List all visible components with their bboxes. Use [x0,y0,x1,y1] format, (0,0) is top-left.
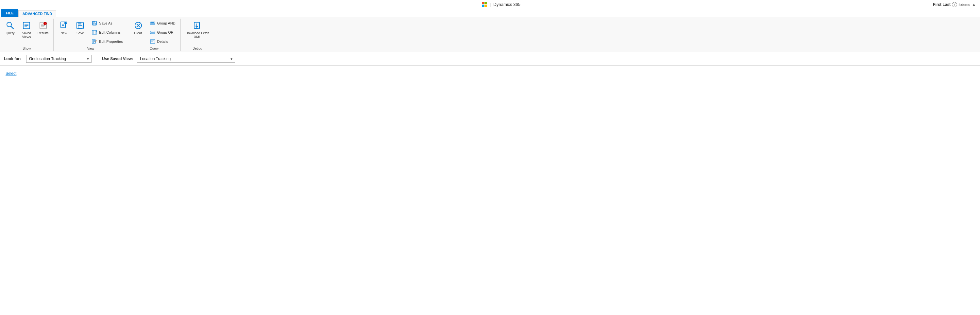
details-icon [150,38,156,45]
results-button[interactable]: ! Results [35,19,51,37]
main-content: Select [0,66,980,81]
details-label: Details [157,40,169,43]
top-bar: | Dynamics 365 First Last ? fsdemo ▲ [0,0,980,9]
group-and-icon [150,20,156,27]
group-or-icon [150,29,156,36]
group-or-label: Group OR [157,30,173,34]
download-fetch-xml-label: Download FetchXML [186,31,209,39]
ribbon-group-show-items: Query SavedViews ! Results [3,19,51,46]
save-label: Save [76,31,84,35]
svg-rect-42 [150,40,155,43]
edit-columns-button[interactable]: Edit Columns [89,28,125,37]
results-icon: ! [38,20,48,31]
download-fetch-xml-button[interactable]: Download FetchXML [183,19,212,41]
svg-rect-22 [93,23,96,25]
svg-line-32 [95,41,97,42]
lookfor-bar: Look for: Geolocation Tracking ▼ Use Sav… [0,52,980,66]
top-bar-right: First Last ? fsdemo ▲ [933,2,976,7]
lookfor-select-wrapper: Geolocation Tracking ▼ [26,55,92,63]
ribbon: Query SavedViews ! Results Show [0,18,980,52]
new-icon [59,20,69,31]
save-as-label: Save As [99,21,112,25]
ribbon-group-debug-items: Download FetchXML [183,19,212,46]
clear-icon [133,20,143,31]
svg-text:!: ! [45,22,45,25]
ribbon-group-debug-label: Debug [183,46,212,51]
ribbon-group-query: Clear Group AND Group OR [128,19,181,51]
saved-views-label: SavedViews [22,31,31,39]
svg-rect-18 [78,22,81,24]
svg-rect-19 [78,25,82,28]
clear-label: Clear [134,31,142,35]
save-button[interactable]: Save [73,19,88,37]
ribbon-group-view-items: New Save Save As E [56,19,125,46]
edit-properties-icon [91,38,98,45]
saved-views-button[interactable]: SavedViews [19,19,34,41]
filter-row: Select [4,69,976,78]
user-name: First Last [933,2,951,7]
view-small-buttons: Save As Edit Columns Edit Properties [89,19,125,46]
lookfor-select[interactable]: Geolocation Tracking [26,55,92,63]
user-initials: fsdemo [958,3,970,6]
new-label: New [60,31,67,35]
edit-properties-label: Edit Properties [99,40,123,43]
svg-rect-23 [92,30,97,34]
group-and-button[interactable]: Group AND [147,19,178,28]
details-button[interactable]: Details [147,37,178,46]
tab-advanced-find[interactable]: ADVANCED FIND [18,10,56,18]
edit-properties-button[interactable]: Edit Properties [89,37,125,46]
microsoft-logo [482,2,487,7]
lookfor-label: Look for: [4,57,21,61]
ribbon-group-query-label: Query [131,46,178,51]
query-icon [5,20,15,31]
query-small-buttons: Group AND Group OR Details [147,19,178,46]
settings-icon[interactable]: ▲ [972,2,976,7]
svg-line-1 [11,27,14,29]
ribbon-group-view: New Save Save As E [54,19,128,51]
save-as-icon [91,20,98,27]
download-fetch-xml-icon [192,20,203,31]
new-button[interactable]: New [56,19,71,37]
help-icon[interactable]: ? [952,2,957,7]
select-link[interactable]: Select [6,71,16,76]
app-name: Dynamics 365 [493,2,520,7]
saved-views-icon [21,20,32,31]
saved-view-select[interactable]: Location Tracking [137,55,235,63]
ribbon-tabs: FILE ADVANCED FIND [0,9,980,18]
logo-separator: | [490,2,491,7]
save-as-button[interactable]: Save As [89,19,125,28]
svg-rect-41 [150,33,155,33]
ribbon-group-query-items: Clear Group AND Group OR [131,19,178,46]
saved-view-wrapper: Location Tracking ▼ [137,55,235,63]
results-label: Results [38,31,48,35]
save-icon [75,20,85,31]
svg-rect-21 [93,21,95,22]
use-saved-view-label: Use Saved View: [102,57,133,61]
clear-button[interactable]: Clear [131,19,146,37]
ribbon-group-show-label: Show [3,46,51,51]
ribbon-group-show: Query SavedViews ! Results Show [0,19,54,51]
ribbon-group-view-label: View [56,46,125,51]
top-bar-center: | Dynamics 365 [482,2,520,7]
group-and-label: Group AND [157,21,175,25]
query-label: Query [6,31,14,35]
svg-rect-40 [150,31,155,32]
ribbon-group-debug: Download FetchXML Debug [181,19,214,51]
group-or-button[interactable]: Group OR [147,28,178,37]
edit-columns-icon [91,29,98,36]
edit-columns-label: Edit Columns [99,30,120,34]
tab-file[interactable]: FILE [1,9,18,17]
query-button[interactable]: Query [3,19,18,37]
